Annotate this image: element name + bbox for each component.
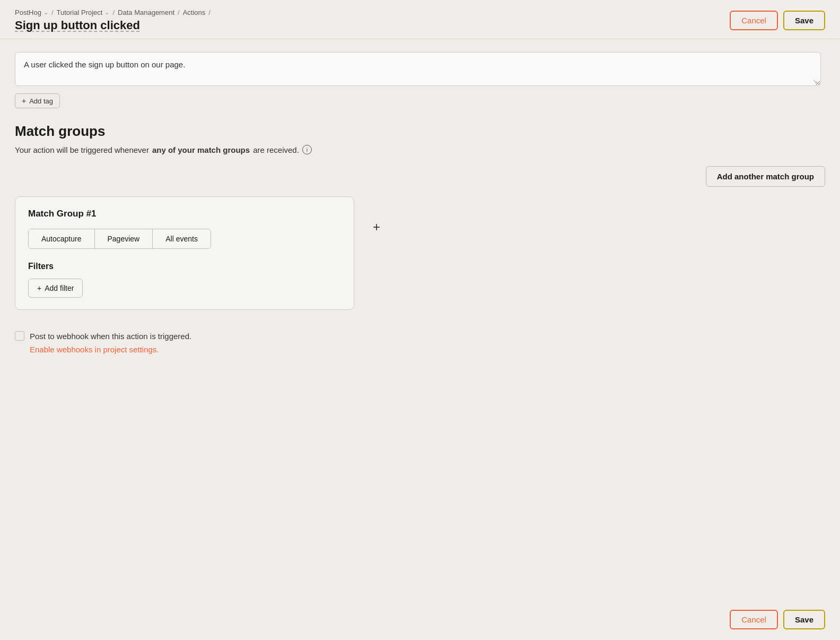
plus-icon: + (22, 97, 26, 105)
filters-title: Filters (28, 262, 341, 271)
pageview-button[interactable]: Pageview (95, 229, 153, 248)
header-save-button[interactable]: Save (783, 11, 825, 30)
breadcrumb-posthog-label: PostHog (15, 8, 41, 16)
description-prefix: Your action will be triggered whenever (15, 145, 149, 154)
header-actions: Cancel Save (730, 11, 825, 30)
add-filter-label: Add filter (45, 284, 74, 292)
add-group-inline-button[interactable]: + (367, 218, 386, 237)
breadcrumb-posthog[interactable]: PostHog ⌄ (15, 8, 48, 16)
page-title: Sign up button clicked (15, 19, 212, 32)
add-filter-button[interactable]: + Add filter (28, 279, 83, 298)
breadcrumb-project-label: Tutorial Project (57, 8, 103, 16)
add-match-group-button[interactable]: Add another match group (706, 166, 825, 187)
bottom-cancel-button[interactable]: Cancel (730, 610, 778, 629)
match-groups-description: Your action will be triggered whenever a… (15, 145, 825, 154)
breadcrumb-data-label: Data Management (118, 8, 174, 16)
breadcrumb-actions-label: Actions (183, 8, 206, 16)
all-events-button[interactable]: All events (153, 229, 211, 248)
add-tag-button[interactable]: + Add tag (15, 93, 60, 108)
header-cancel-button[interactable]: Cancel (730, 11, 778, 30)
breadcrumb-sep-1: / (51, 8, 54, 16)
breadcrumb-sep-4: / (208, 8, 211, 16)
webhook-settings-link[interactable]: Enable webhooks in project settings. (30, 345, 159, 354)
webhook-label: Post to webhook when this action is trig… (30, 332, 191, 341)
webhook-checkbox-row: Post to webhook when this action is trig… (15, 331, 825, 341)
breadcrumb-project[interactable]: Tutorial Project ⌄ (57, 8, 110, 16)
bottom-actions: Cancel Save (0, 599, 840, 640)
add-tag-label: Add tag (29, 97, 53, 105)
match-groups-actions: Add another match group (15, 166, 825, 187)
breadcrumb-sep-3: / (178, 8, 180, 16)
main-content: A user clicked the sign up button on our… (0, 39, 840, 599)
breadcrumb-sep-2: / (112, 8, 115, 16)
autocapture-button[interactable]: Autocapture (29, 229, 95, 248)
header-left: PostHog ⌄ / Tutorial Project ⌄ / Data Ma… (15, 8, 212, 32)
match-groups-title: Match groups (15, 123, 825, 140)
match-group-title: Match Group #1 (28, 209, 341, 219)
breadcrumb: PostHog ⌄ / Tutorial Project ⌄ / Data Ma… (15, 8, 212, 16)
webhook-section: Post to webhook when this action is trig… (15, 331, 825, 354)
breadcrumb-data-management[interactable]: Data Management (118, 8, 174, 16)
bottom-save-button[interactable]: Save (783, 610, 825, 629)
page-wrapper: PostHog ⌄ / Tutorial Project ⌄ / Data Ma… (0, 0, 840, 640)
description-textarea[interactable]: A user clicked the sign up button on our… (15, 52, 821, 86)
plus-icon-filter: + (37, 284, 41, 292)
info-icon[interactable]: i (302, 145, 312, 154)
chevron-icon-2: ⌄ (104, 9, 109, 16)
description-suffix: are received. (253, 145, 299, 154)
description-wrapper: A user clicked the sign up button on our… (15, 52, 821, 88)
match-group-card-1: Match Group #1 Autocapture Pageview All … (15, 196, 354, 310)
description-bold: any of your match groups (152, 145, 250, 154)
match-groups-row: Match Group #1 Autocapture Pageview All … (15, 196, 825, 310)
breadcrumb-actions[interactable]: Actions (183, 8, 206, 16)
event-type-buttons: Autocapture Pageview All events (28, 229, 211, 249)
header: PostHog ⌄ / Tutorial Project ⌄ / Data Ma… (0, 0, 840, 39)
webhook-checkbox[interactable] (15, 331, 24, 341)
chevron-icon: ⌄ (43, 9, 48, 16)
